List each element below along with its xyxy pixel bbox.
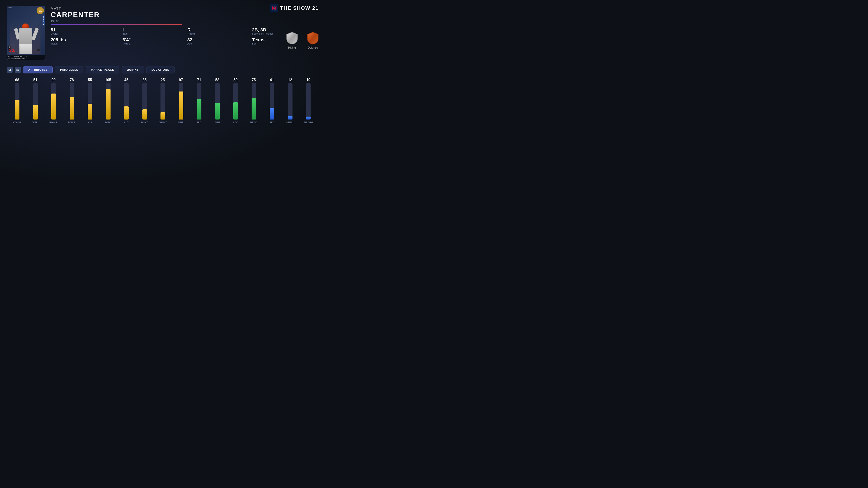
attr-bar-fill-arm xyxy=(215,103,220,120)
attr-bar-fill-reac xyxy=(252,98,256,120)
attr-bar-spd xyxy=(270,84,274,120)
card-topps-label: Topps xyxy=(8,7,12,8)
attr-value-con_l: 51 xyxy=(33,78,37,82)
attr-name-acc: ACC xyxy=(233,121,238,124)
card-bottom-info: MATT CARPENTER 1BST. LOUIS CARDINALS xyxy=(7,55,45,60)
attr-name-dbunt: DBUNT xyxy=(158,121,167,124)
age-value: 32 xyxy=(187,37,241,42)
attr-bar-fill-dur xyxy=(179,92,183,120)
attr-bar-fill-steal xyxy=(288,116,292,120)
attr-name-bunt: BUNT xyxy=(141,121,148,124)
throws-value: R xyxy=(187,27,241,32)
throws-label: Throws xyxy=(187,32,241,35)
card-veteran-label: VETERAN xyxy=(42,15,45,25)
attr-value-dur: 97 xyxy=(179,78,183,82)
stat-bats: L Bats xyxy=(123,27,176,35)
attr-bar-fill-fld xyxy=(197,99,202,120)
tab-locations[interactable]: LOCATIONS xyxy=(146,66,175,73)
stats-grid: 81 Overall L Bats R Throws 2B, 3B Second… xyxy=(51,27,319,45)
attr-value-acc: 59 xyxy=(234,78,238,82)
attr-bar-fill-pow_l xyxy=(70,97,74,120)
brand-name: THE SHOW 21 xyxy=(280,5,319,11)
stat-weight: 205 lbs Weight xyxy=(51,37,111,45)
player-card: Topps 81 VETERAN 2018 StL 1B MATT CARP xyxy=(7,6,45,60)
attr-value-reac: 75 xyxy=(252,78,256,82)
attr-value-arm: 58 xyxy=(215,78,219,82)
player-meta: 13 | 1B xyxy=(51,20,319,23)
attr-name-reac: REAC xyxy=(250,121,257,124)
tab-quirks[interactable]: QUIRKS xyxy=(122,66,144,73)
age-label: Age xyxy=(187,42,241,45)
defense-shield-item: Defense xyxy=(307,32,319,49)
attr-name-fld: FLD xyxy=(197,121,202,124)
attr-item-arm: 58 ARM xyxy=(209,78,225,124)
bats-label: Bats xyxy=(123,32,176,35)
attr-bar-fill-pow_r xyxy=(51,94,56,120)
attr-name-dur: DUR xyxy=(178,121,184,124)
attr-name-arm: ARM xyxy=(215,121,220,124)
attr-name-con_r: CON R xyxy=(13,121,21,124)
attr-value-disc: 105 xyxy=(105,78,111,82)
r1-button[interactable]: R1 xyxy=(15,67,21,73)
tab-marketplace[interactable]: MARKETPLACE xyxy=(86,66,119,73)
attr-name-steal: STEAL xyxy=(286,121,294,124)
defense-shield-icon xyxy=(307,32,319,45)
attr-bar-fill-dbunt xyxy=(160,112,165,120)
attr-item-br_agg: 10 BR AGG xyxy=(300,78,316,124)
card-rating-badge: 81 xyxy=(37,7,44,14)
height-label: Height xyxy=(123,42,176,45)
attr-value-pow_r: 90 xyxy=(52,78,56,82)
attr-bar-acc xyxy=(233,84,238,120)
attr-bar-steal xyxy=(288,84,292,120)
weight-value: 205 lbs xyxy=(51,37,111,42)
attr-bar-br_agg xyxy=(306,84,311,120)
attr-bar-disc xyxy=(106,84,111,120)
attr-bar-fill-disc xyxy=(106,89,111,120)
attr-item-pow_l: 78 POW L xyxy=(64,78,80,124)
attr-item-acc: 59 ACC xyxy=(227,78,244,124)
tab-attributes[interactable]: ATTRIBUTES xyxy=(23,66,53,73)
hitting-shield-icon xyxy=(286,32,298,45)
stat-overall: 81 Overall xyxy=(51,27,111,35)
overall-value: 81 xyxy=(51,27,111,32)
attr-name-br_agg: BR AGG xyxy=(304,121,313,124)
svg-point-2 xyxy=(274,5,275,11)
attr-value-clt: 45 xyxy=(124,78,128,82)
attr-name-pow_r: POW R xyxy=(50,121,58,124)
attr-name-disc: DISC xyxy=(105,121,111,124)
attr-item-disc: 105 DISC xyxy=(100,78,116,124)
attr-value-vis: 55 xyxy=(88,78,92,82)
attr-item-spd: 41 SPD xyxy=(264,78,280,124)
attr-bar-fill-con_l xyxy=(33,105,38,120)
mlb-logo-icon xyxy=(270,4,278,12)
attr-item-clt: 45 CLT xyxy=(118,78,134,124)
attr-bar-fill-acc xyxy=(233,102,238,120)
attr-name-clt: CLT xyxy=(124,121,129,124)
height-value: 6'4" xyxy=(123,37,176,42)
player-section: Topps 81 VETERAN 2018 StL 1B MATT CARP xyxy=(7,6,319,60)
attr-item-con_r: 68 CON R xyxy=(9,78,25,124)
attr-name-pow_l: POW L xyxy=(68,121,76,124)
attr-bar-fill-clt xyxy=(124,106,129,120)
attr-bar-con_l xyxy=(33,84,38,120)
attr-bar-fill-con_r xyxy=(15,100,20,120)
attr-bar-vis xyxy=(88,84,92,120)
hitting-shield-item: Hitting xyxy=(286,32,298,49)
attr-item-dur: 97 DUR xyxy=(173,78,189,124)
attr-item-dbunt: 25 DBUNT xyxy=(155,78,171,124)
attr-name-vis: VIS xyxy=(88,121,92,124)
attr-bar-reac xyxy=(252,84,256,120)
attr-bar-fill-spd xyxy=(270,108,274,120)
l1-button[interactable]: L1 xyxy=(7,67,13,73)
attr-item-vis: 55 VIS xyxy=(82,78,98,124)
tab-parallels[interactable]: PARALLELS xyxy=(55,66,84,73)
attr-value-dbunt: 25 xyxy=(161,78,165,82)
attr-bar-fill-br_agg xyxy=(306,117,311,120)
attr-value-steal: 12 xyxy=(288,78,292,82)
weight-label: Weight xyxy=(51,42,111,45)
overall-label: Overall xyxy=(51,32,111,35)
attr-bar-bunt xyxy=(143,84,147,120)
attr-bar-arm xyxy=(215,84,220,120)
defense-shield-label: Defense xyxy=(308,46,318,49)
stat-age: 32 Age xyxy=(187,37,241,45)
